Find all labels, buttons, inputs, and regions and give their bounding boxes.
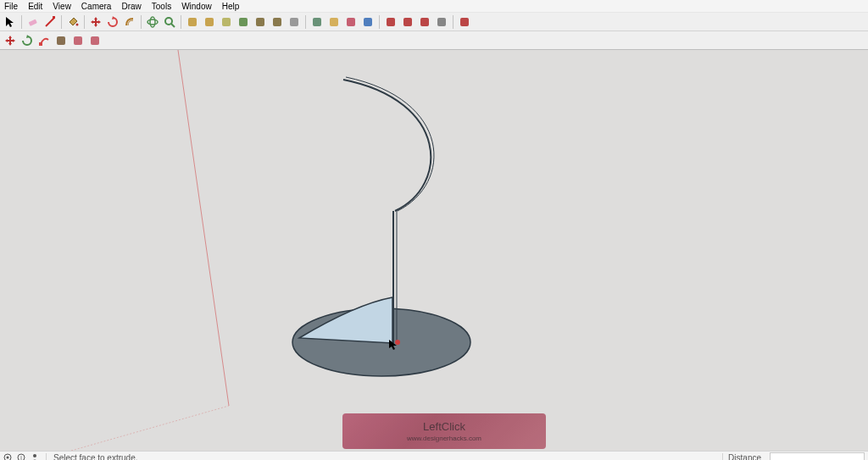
follow-me-icon bbox=[38, 35, 50, 47]
artisan-a-tool[interactable] bbox=[343, 14, 359, 30]
svg-rect-24 bbox=[460, 18, 469, 26]
artisan-a-icon bbox=[345, 16, 357, 28]
round-corner-d-icon bbox=[237, 16, 249, 28]
line-tool[interactable] bbox=[42, 14, 58, 30]
round-corner-c-icon bbox=[220, 16, 232, 28]
svg-rect-12 bbox=[239, 18, 248, 26]
toolbar-separator bbox=[141, 15, 142, 29]
watermark-title: LeftClick bbox=[423, 420, 465, 433]
menu-help[interactable]: Help bbox=[220, 2, 242, 11]
svg-marker-0 bbox=[6, 17, 14, 27]
artisan-b-icon bbox=[362, 16, 374, 28]
edge-tools-a-tool[interactable] bbox=[253, 14, 268, 30]
follow-me-tool[interactable] bbox=[36, 33, 52, 48]
menu-edit[interactable]: Edit bbox=[26, 2, 44, 11]
svg-point-7 bbox=[165, 18, 172, 25]
solid-b-icon bbox=[328, 16, 340, 28]
select-tool[interactable] bbox=[3, 14, 18, 30]
menu-camera[interactable]: Camera bbox=[80, 2, 114, 11]
orbit-tool[interactable] bbox=[145, 14, 160, 30]
round-corner-a-icon bbox=[186, 16, 198, 28]
svg-rect-9 bbox=[188, 18, 197, 26]
svg-rect-13 bbox=[256, 18, 264, 26]
plugin-d-icon bbox=[436, 16, 448, 28]
svg-rect-26 bbox=[39, 42, 42, 46]
move-ext-tool[interactable] bbox=[3, 33, 18, 48]
svg-point-3 bbox=[76, 23, 79, 25]
svg-point-41 bbox=[33, 454, 36, 457]
edge-tools-b-tool[interactable] bbox=[270, 14, 285, 30]
plugin-a-tool[interactable] bbox=[383, 14, 398, 30]
toolbar-separator bbox=[181, 15, 181, 29]
edge-tools-b-icon bbox=[271, 16, 283, 28]
line-icon bbox=[44, 16, 56, 28]
plugin-d-tool[interactable] bbox=[434, 14, 449, 30]
menu-bar: File Edit View Camera Draw Tools Window … bbox=[0, 0, 868, 13]
followme-ext-icon bbox=[55, 35, 67, 47]
followme-ext-tool[interactable] bbox=[53, 33, 69, 48]
scene-canvas bbox=[0, 50, 868, 451]
main-toolbar bbox=[0, 13, 868, 31]
svg-rect-22 bbox=[420, 18, 429, 26]
menu-file[interactable]: File bbox=[3, 2, 19, 11]
artisan-b-tool[interactable] bbox=[360, 14, 376, 30]
svg-rect-21 bbox=[403, 18, 412, 26]
plugin-e-tool[interactable] bbox=[457, 14, 472, 30]
svg-rect-29 bbox=[91, 36, 99, 45]
round-corner-a-tool[interactable] bbox=[185, 14, 200, 30]
svg-line-30 bbox=[178, 50, 229, 406]
svg-rect-27 bbox=[57, 36, 65, 45]
platform-tool[interactable] bbox=[287, 14, 302, 30]
round-corner-b-icon bbox=[203, 16, 215, 28]
toolbar-separator bbox=[61, 15, 62, 29]
svg-rect-10 bbox=[205, 18, 214, 26]
distance-input[interactable] bbox=[770, 452, 865, 461]
toolbar-separator bbox=[453, 15, 453, 29]
svg-line-31 bbox=[71, 406, 229, 451]
ext-a-tool[interactable] bbox=[70, 33, 86, 48]
svg-point-36 bbox=[395, 340, 400, 345]
svg-rect-19 bbox=[364, 18, 372, 26]
offset-tool[interactable] bbox=[122, 14, 137, 30]
round-corner-b-tool[interactable] bbox=[202, 14, 217, 30]
svg-rect-18 bbox=[347, 18, 355, 26]
round-corner-d-tool[interactable] bbox=[236, 14, 251, 30]
viewport[interactable]: LeftClick www.designerhacks.com bbox=[0, 50, 868, 451]
svg-rect-15 bbox=[290, 18, 298, 26]
menu-window[interactable]: Window bbox=[180, 2, 214, 11]
plugin-e-icon bbox=[459, 16, 470, 28]
menu-tools[interactable]: Tools bbox=[150, 2, 173, 11]
rotate-tool[interactable] bbox=[105, 14, 120, 30]
paint-bucket-tool[interactable] bbox=[65, 14, 81, 30]
rotate-ext-tool[interactable] bbox=[19, 33, 35, 48]
paint-bucket-icon bbox=[67, 16, 79, 28]
orbit-icon bbox=[147, 16, 159, 28]
platform-icon bbox=[288, 16, 300, 28]
solid-b-tool[interactable] bbox=[326, 14, 342, 30]
move-tool[interactable] bbox=[88, 14, 103, 30]
round-corner-c-tool[interactable] bbox=[219, 14, 234, 30]
credits-icon[interactable]: i bbox=[17, 453, 25, 461]
svg-rect-14 bbox=[273, 18, 281, 26]
solid-a-tool[interactable] bbox=[309, 14, 325, 30]
zoom-extents-icon bbox=[164, 16, 175, 28]
user-icon[interactable] bbox=[31, 453, 39, 461]
ext-a-icon bbox=[72, 35, 84, 47]
eraser-tool[interactable] bbox=[25, 14, 41, 30]
menu-view[interactable]: View bbox=[51, 2, 73, 11]
distance-label: Distance bbox=[722, 453, 766, 460]
svg-point-6 bbox=[150, 17, 155, 27]
edge-tools-a-icon bbox=[254, 16, 266, 28]
plugin-b-tool[interactable] bbox=[400, 14, 415, 30]
svg-rect-1 bbox=[29, 19, 37, 25]
secondary-toolbar bbox=[0, 31, 868, 50]
offset-icon bbox=[124, 16, 136, 28]
geo-location-icon[interactable] bbox=[3, 453, 12, 461]
zoom-extents-tool[interactable] bbox=[162, 14, 177, 30]
svg-rect-28 bbox=[74, 36, 82, 45]
ext-b-tool[interactable] bbox=[87, 33, 103, 48]
move-ext-icon bbox=[4, 35, 16, 47]
menu-draw[interactable]: Draw bbox=[120, 2, 142, 11]
plugin-c-tool[interactable] bbox=[417, 14, 432, 30]
svg-point-5 bbox=[147, 19, 158, 25]
